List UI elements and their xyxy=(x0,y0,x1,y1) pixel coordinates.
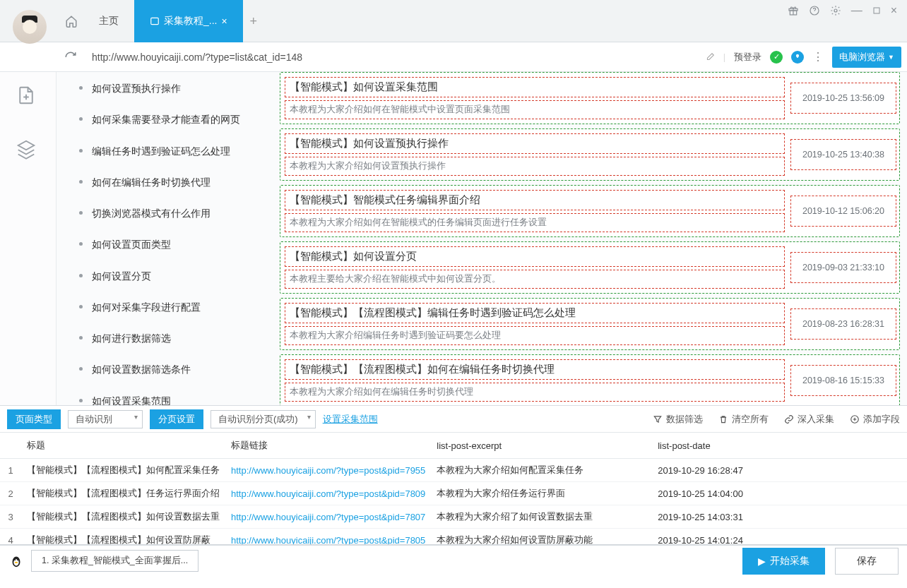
article-excerpt: 本教程为大家介绍如何在智能模式中设置页面采集范围 xyxy=(285,100,785,119)
tab-active[interactable]: 采集教程_... × xyxy=(134,0,243,42)
article-title[interactable]: 【智能模式】如何设置分页 xyxy=(285,246,785,267)
col-title[interactable]: 标题 xyxy=(21,433,225,459)
titlebar: 主页 采集教程_... × + — × xyxy=(0,0,907,42)
sidebar-item[interactable]: 如何设置分页 xyxy=(79,261,256,292)
more-icon[interactable]: ⋮ xyxy=(812,50,824,64)
gear-icon[interactable] xyxy=(830,5,841,16)
table-row[interactable]: 3 【智能模式】【流程图模式】如何设置数据去重 http://www.houyi… xyxy=(0,505,907,529)
sidebar-item[interactable]: 如何设置页面类型 xyxy=(79,229,256,260)
pencil-icon[interactable] xyxy=(705,52,715,62)
article-card[interactable]: 【智能模式】如何设置分页 本教程主要给大家介绍在智能模式中如何设置分页。 201… xyxy=(280,241,900,294)
sidebar-item[interactable]: 如何在编辑任务时切换代理 xyxy=(79,167,256,198)
article-card[interactable]: 【智能模式】【流程图模式】如何在编辑任务时切换代理 本教程为大家介绍如何在编辑任… xyxy=(280,354,900,405)
cell-excerpt: 本教程为大家介绍了如何设置数据去重 xyxy=(431,505,652,529)
task-tab[interactable]: 1. 采集教程_智能模式_全面掌握后... xyxy=(31,550,198,572)
col-date[interactable]: list-post-date xyxy=(652,433,907,459)
data-table-wrap: 标题 标题链接 list-post-excerpt list-post-date… xyxy=(0,432,907,545)
article-title[interactable]: 【智能模式】【流程图模式】如何在编辑任务时切换代理 xyxy=(285,359,785,380)
filter-button[interactable]: 数据筛选 xyxy=(653,413,703,426)
svg-rect-5 xyxy=(874,8,879,13)
set-range-link[interactable]: 设置采集范围 xyxy=(323,413,378,426)
tab-active-label: 采集教程_... xyxy=(164,15,217,28)
new-file-icon[interactable] xyxy=(16,85,41,110)
sidebar-item[interactable]: 切换浏览器模式有什么作用 xyxy=(79,198,256,229)
article-card[interactable]: 【智能模式】如何设置采集范围 本教程为大家介绍如何在智能模式中设置页面采集范围 … xyxy=(280,72,900,124)
data-table: 标题 标题链接 list-post-excerpt list-post-date… xyxy=(0,433,907,545)
cell-title: 【智能模式】【流程图模式】如何设置数据去重 xyxy=(21,505,225,529)
row-index: 2 xyxy=(0,482,21,505)
tab-home[interactable]: 主页 xyxy=(83,0,134,42)
status-blue-icon[interactable] xyxy=(791,51,804,64)
gift-icon[interactable] xyxy=(788,5,799,16)
save-button[interactable]: 保存 xyxy=(835,548,899,575)
avatar[interactable] xyxy=(13,10,47,44)
row-index: 3 xyxy=(0,505,21,529)
article-excerpt: 本教程主要给大家介绍在智能模式中如何设置分页。 xyxy=(285,270,785,289)
sidebar-item[interactable]: 如何设置预执行操作 xyxy=(79,73,256,104)
cell-excerpt: 本教程为大家介绍任务运行界面 xyxy=(431,482,652,505)
article-card[interactable]: 【智能模式】智能模式任务编辑界面介绍 本教程为大家介绍如何在智能模式的任务编辑页… xyxy=(280,185,900,237)
cell-date: 2019-10-25 14:04:00 xyxy=(652,482,907,505)
svg-point-9 xyxy=(14,559,16,560)
table-row[interactable]: 4 【智能模式】【流程图模式】如何设置防屏蔽 http://www.houyic… xyxy=(0,529,907,546)
article-excerpt: 本教程为大家介绍编辑任务时遇到验证码要怎么处理 xyxy=(285,326,785,345)
status-green-icon[interactable]: ✓ xyxy=(770,51,783,64)
article-title[interactable]: 【智能模式】智能模式任务编辑界面介绍 xyxy=(285,190,785,210)
url-input[interactable] xyxy=(86,47,698,67)
svg-rect-0 xyxy=(151,18,159,24)
help-icon[interactable] xyxy=(809,5,820,16)
home-icon[interactable] xyxy=(59,9,83,33)
sidebar-item[interactable]: 如何设置数据筛选条件 xyxy=(79,354,256,385)
article-card[interactable]: 【智能模式】【流程图模式】编辑任务时遇到验证码怎么处理 本教程为大家介绍编辑任务… xyxy=(280,298,900,350)
bottombar: 1. 采集教程_智能模式_全面掌握后... ▶ 开始采集 保存 xyxy=(0,545,907,576)
reload-icon[interactable] xyxy=(62,49,79,66)
config-toolbar: 页面类型 自动识别 分页设置 自动识别分页(成功) 设置采集范围 数据筛选 清空… xyxy=(0,405,907,432)
prelogin-link[interactable]: 预登录 xyxy=(734,51,761,64)
tab-strip: 主页 采集教程_... × + xyxy=(59,0,788,42)
tab-close-icon[interactable]: × xyxy=(221,16,227,27)
url-bar: | 预登录 ✓ ⋮ 电脑浏览器 ▼ xyxy=(0,42,907,72)
window-controls: — × xyxy=(788,4,907,17)
sidebar-item[interactable]: 如何进行数据筛选 xyxy=(79,323,256,354)
paging-button[interactable]: 分页设置 xyxy=(150,409,203,429)
sidebar-item[interactable]: 如何对采集字段进行配置 xyxy=(79,292,256,323)
close-icon[interactable]: × xyxy=(891,4,897,17)
cell-title: 【智能模式】【流程图模式】如何配置采集任务 xyxy=(21,459,225,482)
sidebar-item[interactable]: 如何采集需要登录才能查看的网页 xyxy=(79,104,256,136)
table-row[interactable]: 2 【智能模式】【流程图模式】任务运行界面介绍 http://www.houyi… xyxy=(0,482,907,505)
layers-icon[interactable] xyxy=(16,138,41,164)
add-field-button[interactable]: 添加字段 xyxy=(850,413,900,426)
col-link[interactable]: 标题链接 xyxy=(225,433,431,459)
cell-date: 2019-10-25 14:01:24 xyxy=(652,529,907,546)
cell-title: 【智能模式】【流程图模式】如何设置防屏蔽 xyxy=(21,529,225,546)
cell-link[interactable]: http://www.houyicaiji.com/?type=post&pid… xyxy=(225,459,431,482)
tab-add-button[interactable]: + xyxy=(243,11,264,32)
article-excerpt: 本教程为大家介绍如何在编辑任务时切换代理 xyxy=(285,383,785,402)
maximize-icon[interactable] xyxy=(872,6,881,15)
svg-point-10 xyxy=(17,559,18,560)
page-type-dropdown[interactable]: 自动识别 xyxy=(68,410,143,428)
page-icon xyxy=(150,16,160,26)
start-button[interactable]: ▶ 开始采集 xyxy=(742,548,825,575)
cell-link[interactable]: http://www.houyicaiji.com/?type=post&pid… xyxy=(225,505,431,529)
article-excerpt: 本教程为大家介绍如何在智能模式的任务编辑页面进行任务设置 xyxy=(285,213,785,232)
cell-link[interactable]: http://www.houyicaiji.com/?type=post&pid… xyxy=(225,529,431,546)
article-title[interactable]: 【智能模式】【流程图模式】编辑任务时遇到验证码怎么处理 xyxy=(285,303,785,323)
sidebar-item[interactable]: 编辑任务时遇到验证码怎么处理 xyxy=(79,136,256,167)
table-row[interactable]: 1 【智能模式】【流程图模式】如何配置采集任务 http://www.houyi… xyxy=(0,459,907,482)
qq-icon[interactable] xyxy=(8,553,24,569)
article-title[interactable]: 【智能模式】如何设置预执行操作 xyxy=(285,133,785,154)
sidebar-item[interactable]: 如何设置采集范围 xyxy=(79,386,256,406)
article-card[interactable]: 【智能模式】如何设置预执行操作 本教程为大家介绍如何设置预执行操作 2019-1… xyxy=(280,128,900,181)
col-excerpt[interactable]: list-post-excerpt xyxy=(431,433,652,459)
article-title[interactable]: 【智能模式】如何设置采集范围 xyxy=(285,77,785,97)
clear-button[interactable]: 清空所有 xyxy=(718,413,769,426)
article-date: 2019-10-12 15:06:20 xyxy=(790,196,896,227)
col-index xyxy=(0,433,21,459)
paging-dropdown[interactable]: 自动识别分页(成功) xyxy=(211,410,316,428)
minimize-icon[interactable]: — xyxy=(851,4,862,17)
deep-button[interactable]: 深入采集 xyxy=(784,413,834,426)
page-type-button[interactable]: 页面类型 xyxy=(7,409,61,429)
cell-link[interactable]: http://www.houyicaiji.com/?type=post&pid… xyxy=(225,482,431,505)
browser-mode-button[interactable]: 电脑浏览器 ▼ xyxy=(832,47,901,68)
